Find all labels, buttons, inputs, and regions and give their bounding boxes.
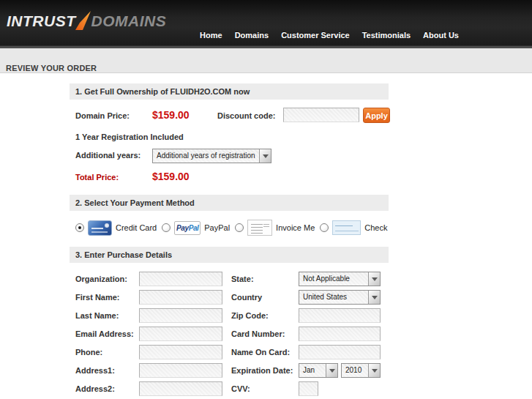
domain-price-value: $159.00	[152, 109, 190, 121]
domain-price-row: Domain Price: $159.00 Discount code: App…	[70, 108, 389, 123]
domain-price-label: Domain Price:	[75, 111, 130, 120]
paypal-radio[interactable]	[162, 223, 171, 232]
nav-item-customer-service[interactable]: Customer Service	[281, 31, 350, 40]
check-label[interactable]: Check	[364, 223, 387, 232]
apply-button[interactable]: Apply	[363, 108, 390, 123]
nav-item-about-us[interactable]: About Us	[423, 31, 459, 40]
form-row-phone-nameoncard: Phone: Name On Card:	[70, 343, 389, 361]
phone-input[interactable]	[139, 345, 222, 359]
credit-card-label[interactable]: Credit Card	[116, 223, 157, 232]
discount-code-label: Discount code:	[217, 111, 275, 120]
zip-code-label: Zip Code:	[231, 311, 299, 320]
invoice-label[interactable]: Invoice Me	[276, 223, 315, 232]
site-header: INTRUST DOMAINS Home Domains Customer Se…	[0, 0, 532, 45]
email-address-input[interactable]	[139, 327, 222, 341]
last-name-label: Last Name:	[75, 311, 139, 320]
country-select[interactable]: United States	[299, 290, 381, 305]
payment-option-check: Check	[320, 220, 387, 235]
expiration-date-cell: Jan 2010	[299, 363, 394, 378]
page-title: REVIEW YOUR ORDER	[6, 64, 97, 72]
section3-header: 3. Enter Purchase Details	[70, 247, 389, 263]
total-price-value: $159.00	[152, 171, 190, 182]
invoice-radio[interactable]	[235, 223, 244, 232]
page-title-band: REVIEW YOUR ORDER	[0, 48, 532, 73]
logo-text-domains: DOMAINS	[91, 12, 167, 30]
main-nav: Home Domains Customer Service Testimonia…	[200, 31, 459, 40]
nav-item-domains[interactable]: Domains	[235, 31, 269, 40]
payment-option-credit-card: Credit Card	[75, 220, 157, 236]
paypal-label[interactable]: PayPal	[204, 223, 230, 232]
section1-header: 1. Get Full Ownership of FLUIDH2O.COM no…	[70, 83, 389, 100]
expiration-month-select[interactable]: Jan	[299, 363, 338, 378]
state-select[interactable]: Not Applicable	[299, 272, 381, 286]
chevron-down-icon	[368, 364, 380, 377]
address2-label: Address2:	[75, 384, 139, 393]
additional-years-row: Additional years: Additional years of re…	[70, 149, 389, 163]
payment-option-invoice: Invoice Me	[235, 220, 315, 236]
card-number-input[interactable]	[299, 327, 381, 341]
payment-option-paypal: PayPal PayPal	[162, 221, 230, 235]
name-on-card-label: Name On Card:	[231, 348, 299, 357]
form-row-firstname-country: First Name: Country United States	[70, 288, 389, 306]
chevron-down-icon	[259, 149, 271, 163]
first-name-label: First Name:	[75, 293, 139, 302]
address2-input[interactable]	[139, 381, 222, 396]
last-name-input[interactable]	[139, 308, 222, 323]
check-radio[interactable]	[320, 223, 329, 232]
cvv-label: CVV:	[231, 384, 299, 393]
form-row-address2-cvv: Address2: CVV:	[70, 379, 389, 398]
check-icon	[332, 220, 361, 235]
nav-item-testimonials[interactable]: Testimonials	[362, 31, 411, 40]
registration-note: 1 Year Registration Included	[75, 133, 389, 141]
credit-card-icon	[88, 220, 112, 236]
additional-years-select[interactable]: Additional years of registration	[152, 149, 271, 163]
chevron-down-icon	[368, 272, 380, 286]
first-name-input[interactable]	[139, 290, 222, 305]
chevron-down-icon	[326, 364, 337, 377]
email-address-label: Email Address:	[75, 329, 139, 338]
form-row-address1-expiration: Address1: Expiration Date: Jan 2010	[70, 361, 389, 379]
logo: INTRUST DOMAINS	[7, 11, 166, 30]
additional-years-selected-value: Additional years of registration	[153, 149, 259, 163]
total-price-row: Total Price: $159.00	[70, 171, 389, 184]
paypal-icon: PayPal	[174, 221, 201, 235]
card-number-label: Card Number:	[231, 329, 299, 338]
form-row-lastname-zip: Last Name: Zip Code:	[70, 306, 389, 324]
chevron-down-icon	[368, 291, 380, 304]
section2-header: 2. Select Your Payment Method	[70, 195, 389, 211]
form-row-organization-state: Organization: State: Not Applicable	[70, 269, 389, 288]
additional-years-label: Additional years:	[75, 151, 141, 160]
address1-label: Address1:	[75, 366, 139, 375]
payment-method-row: Credit Card PayPal PayPal Invoice Me Che…	[70, 217, 389, 239]
total-price-label: Total Price:	[75, 173, 119, 182]
purchase-details-form: Organization: State: Not Applicable Firs…	[70, 269, 389, 399]
expiration-date-label: Expiration Date:	[231, 366, 299, 375]
cvv-input[interactable]	[299, 381, 318, 396]
country-label: Country	[231, 293, 299, 302]
organization-input[interactable]	[139, 272, 222, 286]
expiration-year-select[interactable]: 2010	[341, 363, 381, 378]
form-row-email-cardnumber: Email Address: Card Number:	[70, 324, 389, 343]
zip-code-input[interactable]	[299, 308, 381, 323]
logo-arrow-icon	[74, 11, 91, 31]
phone-label: Phone:	[75, 348, 139, 357]
discount-code-input[interactable]	[283, 108, 359, 122]
logo-text-intrust: INTRUST	[7, 12, 76, 30]
order-form: 1. Get Full Ownership of FLUIDH2O.COM no…	[70, 83, 389, 399]
nav-item-home[interactable]: Home	[200, 31, 222, 40]
organization-label: Organization:	[75, 275, 139, 283]
address1-input[interactable]	[139, 363, 222, 378]
credit-card-radio[interactable]	[75, 223, 84, 232]
invoice-icon	[247, 220, 272, 236]
state-label: State:	[231, 275, 299, 283]
name-on-card-input[interactable]	[299, 345, 381, 359]
